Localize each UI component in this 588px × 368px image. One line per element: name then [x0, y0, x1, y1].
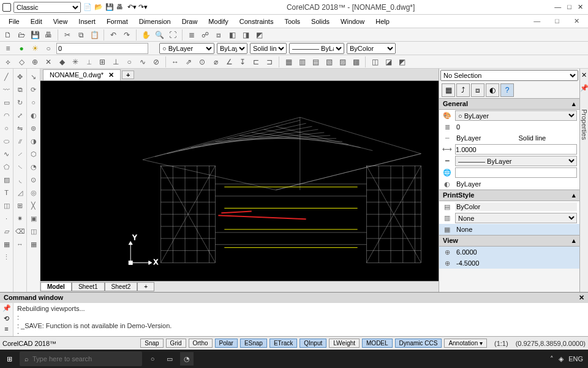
status-polar[interactable]: Polar: [215, 339, 238, 348]
dim-linear-icon[interactable]: ↔: [170, 56, 181, 67]
start-button[interactable]: ⊞: [2, 352, 16, 366]
tray-chevron-icon[interactable]: ˄: [550, 355, 554, 363]
esnap-ins-icon[interactable]: ⊞: [97, 56, 108, 67]
search-input[interactable]: [32, 355, 137, 362]
selection-dropdown[interactable]: No Selection: [440, 70, 578, 81]
status-annotation[interactable]: Annotation ▾: [444, 339, 487, 348]
aux11-icon[interactable]: ╳: [28, 200, 39, 211]
panel-pin-icon[interactable]: 📌: [580, 84, 589, 92]
stretch-icon[interactable]: ↔: [15, 239, 26, 250]
misc-a-icon[interactable]: ◫: [369, 56, 380, 67]
menu-window[interactable]: Window: [336, 17, 369, 26]
misc1-icon[interactable]: ◧: [227, 29, 238, 40]
region-icon[interactable]: ▱: [1, 226, 12, 237]
aux13-icon[interactable]: ◫: [28, 226, 39, 237]
layer-freeze-icon[interactable]: ☀: [29, 43, 40, 54]
copy2-icon[interactable]: ⧉: [15, 84, 26, 95]
menu-draw[interactable]: Draw: [177, 17, 203, 26]
rotate-icon[interactable]: ↻: [15, 97, 26, 108]
status-snap[interactable]: Snap: [140, 339, 163, 348]
aux14-icon[interactable]: ▦: [28, 239, 39, 250]
cmd-opt1-icon[interactable]: ⟲: [4, 315, 9, 323]
menu-file[interactable]: File: [4, 17, 24, 26]
cmd-close-icon[interactable]: ✕: [579, 294, 584, 302]
panel-close-icon[interactable]: ✕: [581, 71, 587, 79]
con4-icon[interactable]: ▧: [323, 56, 334, 67]
save-icon[interactable]: 💾: [105, 3, 114, 12]
sheet-tab-model[interactable]: Model: [40, 282, 72, 291]
add-tab-button[interactable]: +: [122, 71, 134, 79]
aux2-icon[interactable]: ⟳: [28, 84, 39, 95]
aux1-icon[interactable]: ↘: [28, 71, 39, 82]
menu-help[interactable]: Help: [371, 17, 394, 26]
minimize-button[interactable]: —: [554, 3, 561, 11]
more1-icon[interactable]: ⋮: [1, 251, 12, 263]
point-icon[interactable]: ·: [1, 213, 12, 224]
misc3-icon[interactable]: ◩: [254, 29, 265, 40]
esnap-int-icon[interactable]: ✳: [70, 56, 81, 67]
close-tab-icon[interactable]: ✕: [108, 71, 114, 79]
line-icon[interactable]: ╱: [1, 71, 12, 82]
status-lweight[interactable]: LWeight: [329, 339, 360, 348]
open-icon[interactable]: 📂: [94, 3, 103, 12]
con1-icon[interactable]: ▦: [283, 56, 294, 67]
cut-icon[interactable]: ✂: [62, 29, 73, 40]
drawing-canvas[interactable]: YX: [40, 81, 439, 281]
table-icon[interactable]: ▦: [1, 239, 12, 250]
workspace-select[interactable]: Classic: [13, 2, 81, 13]
scale-icon[interactable]: ⤢: [15, 110, 26, 121]
close-button[interactable]: ✕: [578, 3, 583, 11]
prop-ps-none1[interactable]: None: [455, 213, 577, 223]
zoom-icon[interactable]: 🔍: [154, 29, 165, 40]
circle-icon[interactable]: ○: [1, 123, 12, 134]
con6-icon[interactable]: ▩: [350, 56, 361, 67]
aux8-icon[interactable]: ◔: [28, 161, 39, 172]
aux6-icon[interactable]: ◑: [28, 136, 39, 147]
esnap-cen-icon[interactable]: ⊕: [29, 56, 40, 67]
status-etrack[interactable]: ETrack: [270, 339, 297, 348]
doc-maximize-button[interactable]: □: [550, 16, 564, 26]
taskbar-app-icon[interactable]: ◔: [180, 352, 194, 366]
new-doc-icon[interactable]: 🗋: [2, 29, 13, 40]
mirror-icon[interactable]: ⇋: [15, 123, 26, 134]
menu-solids[interactable]: Solids: [306, 17, 334, 26]
ellipse-icon[interactable]: ⬭: [1, 136, 12, 147]
prop-pick-icon[interactable]: ⧈: [471, 83, 484, 97]
section-printstyle-header[interactable]: PrintStyle▴: [439, 190, 579, 201]
linestyle-select[interactable]: ByLayer: [217, 43, 247, 54]
aux10-icon[interactable]: ◎: [28, 187, 39, 198]
open-doc-icon[interactable]: 🗁: [16, 29, 27, 40]
tray-network-icon[interactable]: ◈: [559, 355, 564, 363]
status-esnap[interactable]: ESnap: [240, 339, 267, 348]
copy-icon[interactable]: ⧉: [75, 29, 86, 40]
color-select[interactable]: ○ ByLayer: [159, 43, 214, 54]
pline-icon[interactable]: 〰: [1, 84, 12, 95]
esnap-near-icon[interactable]: ∿: [137, 56, 148, 67]
doc-close-button[interactable]: ✕: [569, 16, 584, 26]
document-tab[interactable]: NONAME_0.dwg* ✕: [43, 69, 121, 80]
menu-tools[interactable]: Tools: [279, 17, 305, 26]
prop-filter-icon[interactable]: ▦: [442, 83, 455, 97]
layer-manager-icon[interactable]: ≡: [2, 43, 13, 54]
layer-icon[interactable]: ≣: [186, 29, 197, 40]
hatch-icon[interactable]: ▨: [1, 174, 12, 185]
con3-icon[interactable]: ▤: [310, 56, 321, 67]
menu-format[interactable]: Format: [102, 17, 133, 26]
section-view-header[interactable]: View▴: [439, 235, 579, 247]
tray-lang[interactable]: ENG: [568, 355, 583, 362]
offset-icon[interactable]: ⫽: [15, 136, 26, 147]
menu-dimension[interactable]: Dimension: [134, 17, 176, 26]
prop-scale-input[interactable]: [455, 144, 577, 155]
esnap-none-icon[interactable]: ⊘: [151, 56, 162, 67]
prop-quick-icon[interactable]: ⤴: [456, 83, 470, 97]
taskbar-search[interactable]: ⌕: [20, 351, 142, 366]
menu-insert[interactable]: Insert: [74, 17, 100, 26]
aux5-icon[interactable]: ⊚: [28, 123, 39, 134]
con5-icon[interactable]: ▨: [337, 56, 348, 67]
esnap-node-icon[interactable]: ✕: [43, 56, 54, 67]
dim-angle-icon[interactable]: ∠: [224, 56, 235, 67]
misc-c-icon[interactable]: ◩: [396, 56, 407, 67]
con2-icon[interactable]: ▥: [296, 56, 307, 67]
printstyle-select[interactable]: ByColor: [347, 43, 396, 54]
doc-minimize-button[interactable]: —: [529, 16, 545, 26]
